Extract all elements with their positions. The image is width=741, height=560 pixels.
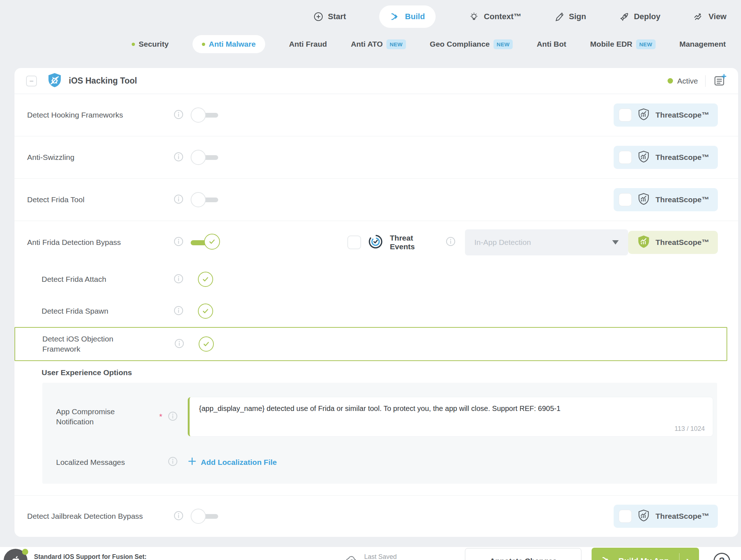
info-icon[interactable] — [168, 457, 178, 468]
nav-context-label: Context™ — [484, 12, 521, 21]
threatscope-chip[interactable]: ThreatScope™ — [614, 103, 718, 127]
check-detect-ios-objection-framework[interactable] — [199, 336, 214, 352]
threat-events-checkbox[interactable] — [347, 236, 361, 249]
hacking-tool-shield-icon — [46, 72, 63, 90]
new-badge: NEW — [386, 39, 406, 49]
nav-start-label: Start — [328, 12, 346, 21]
threatscope-label: ThreatScope™ — [656, 111, 709, 119]
notification-input[interactable]: {app_display_name} detected use of Frida… — [188, 397, 713, 436]
info-icon[interactable] — [174, 110, 183, 121]
tab-management-label: Management — [679, 40, 726, 48]
info-icon[interactable] — [174, 511, 183, 522]
info-icon[interactable] — [446, 237, 456, 248]
last-saved-label: Last Saved — [364, 552, 449, 560]
new-badge: NEW — [494, 39, 513, 49]
threatscope-chip[interactable]: ThreatScope™ — [614, 188, 718, 211]
ux-options-panel: App Compromise Notification * {app_displ… — [42, 383, 717, 484]
build-my-app-button[interactable]: Build My App › — [592, 548, 699, 560]
info-icon[interactable] — [174, 237, 183, 248]
threatscope-checkbox[interactable] — [619, 193, 632, 206]
threatscope-shield-icon — [637, 509, 650, 523]
in-app-detection-select[interactable]: In-App Detection — [465, 229, 628, 255]
panel-title: iOS Hacking Tool — [69, 76, 137, 86]
nav-context[interactable]: Context™ — [469, 12, 521, 22]
info-icon[interactable] — [168, 411, 178, 423]
nav-view-label: View — [708, 12, 727, 21]
row-label: Anti-Swizzling — [27, 153, 174, 162]
nav-start[interactable]: Start — [314, 12, 346, 21]
threatscope-chip[interactable]: ThreatScope™ — [614, 146, 718, 169]
threatscope-label: ThreatScope™ — [656, 153, 709, 162]
annotate-changes-button[interactable]: Annotate Changes — [465, 548, 581, 560]
nav-deploy[interactable]: Deploy — [619, 12, 660, 22]
plus-circle-icon — [314, 12, 323, 21]
row-label: Detect Frida Tool — [27, 195, 174, 204]
check-detect-frida-spawn[interactable] — [198, 304, 213, 319]
new-badge: NEW — [636, 39, 656, 49]
info-icon[interactable] — [174, 152, 183, 163]
header-divider — [705, 75, 706, 87]
fusion-icon — [601, 555, 612, 560]
tab-mobile-edr[interactable]: Mobile EDR NEW — [590, 39, 656, 49]
nav-build-label: Build — [405, 12, 425, 21]
active-status-dot — [668, 78, 673, 84]
pen-icon — [555, 12, 564, 21]
row-label: Anti Frida Detection Bypass — [27, 238, 174, 247]
tab-anti-bot-label: Anti Bot — [537, 40, 566, 48]
info-icon[interactable] — [174, 339, 184, 350]
threatscope-chip-active[interactable]: ThreatScope™ — [628, 231, 718, 254]
check-detect-frida-attach[interactable] — [198, 272, 213, 287]
threat-events-label: Threat Events — [390, 234, 439, 251]
tab-anti-fraud[interactable]: Anti Fraud — [289, 40, 327, 48]
security-status-dot — [132, 43, 135, 46]
threatscope-checkbox[interactable] — [619, 109, 632, 122]
chevron-right-icon: › — [686, 555, 690, 560]
subrow-label: Detect Frida Attach — [42, 275, 174, 284]
panel-header: − iOS Hacking Tool Active — [14, 68, 738, 94]
threatscope-checkbox[interactable] — [619, 151, 632, 164]
subrow-detect-frida-attach: Detect Frida Attach — [14, 263, 738, 295]
threatscope-checkbox[interactable] — [619, 510, 632, 523]
nav-build[interactable]: Build — [379, 5, 436, 28]
rocket-icon — [619, 12, 629, 22]
tab-geo-compliance[interactable]: Geo Compliance NEW — [430, 39, 513, 49]
toggle-knob — [191, 509, 206, 524]
localized-messages-label: Localized Messages — [56, 458, 168, 467]
tab-anti-malware-label: Anti Malware — [209, 40, 256, 48]
add-localization-file-link[interactable]: Add Localization File — [188, 457, 277, 467]
tab-management[interactable]: Management — [679, 40, 726, 48]
add-note-icon[interactable] — [713, 73, 727, 89]
row-detect-hooking-frameworks: Detect Hooking Frameworks ThreatScope™ — [14, 94, 738, 136]
tab-security[interactable]: Security — [132, 40, 169, 48]
lightbulb-icon — [469, 12, 479, 22]
info-icon[interactable] — [174, 194, 183, 205]
help-label: ? — [719, 556, 725, 560]
toggle-detect-hooking-frameworks[interactable] — [191, 107, 218, 123]
toggle-anti-swizzling[interactable] — [191, 149, 218, 165]
collapse-button[interactable]: − — [26, 76, 37, 86]
last-saved-text: Last Saved 03-Jul-25, 11:12 by Jane Doe — [364, 552, 449, 560]
tab-anti-fraud-label: Anti Fraud — [289, 40, 327, 48]
nav-view[interactable]: View — [694, 12, 727, 22]
chevron-down-icon — [612, 240, 619, 245]
toggle-detect-jailbreak-detection-bypass[interactable] — [191, 508, 218, 524]
fusion-icon — [390, 12, 400, 22]
threatscope-shield-icon — [637, 235, 651, 250]
tab-anti-bot[interactable]: Anti Bot — [537, 40, 566, 48]
tab-geo-compliance-label: Geo Compliance — [430, 40, 490, 48]
threatscope-chip[interactable]: ThreatScope™ — [614, 505, 718, 528]
info-icon[interactable] — [174, 274, 183, 285]
tab-anti-malware[interactable]: Anti Malware — [192, 35, 265, 53]
toggle-detect-frida-tool[interactable] — [191, 192, 218, 208]
toggle-anti-frida-detection-bypass[interactable] — [191, 234, 220, 251]
threat-events-icon — [368, 234, 384, 251]
toggle-knob — [191, 107, 206, 123]
threatscope-label: ThreatScope™ — [656, 238, 709, 247]
subrow-detect-ios-objection-framework-highlighted[interactable]: Detect iOS Objection Framework — [14, 327, 727, 361]
help-button[interactable]: ? — [714, 553, 730, 560]
build-my-app-label: Build My App — [618, 556, 669, 560]
threat-events-group: Threat Events — [347, 234, 456, 251]
nav-sign[interactable]: Sign — [555, 12, 586, 21]
tab-anti-ato[interactable]: Anti ATO NEW — [351, 39, 406, 49]
info-icon[interactable] — [174, 306, 183, 317]
